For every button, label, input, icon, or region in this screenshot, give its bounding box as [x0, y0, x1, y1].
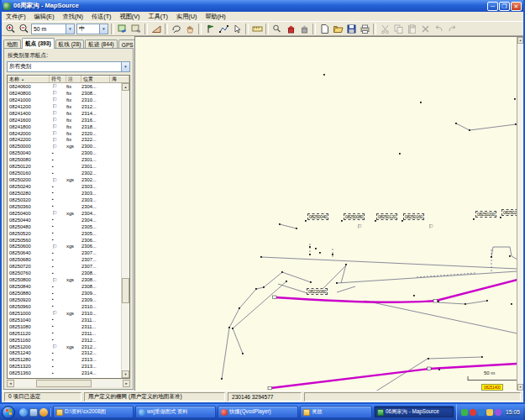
security-tray-icon[interactable] [470, 409, 476, 416]
chevron-down-icon[interactable]: ▼ [66, 24, 74, 34]
scroll-left-icon[interactable]: ◄ [7, 380, 14, 387]
open-file-icon[interactable] [331, 23, 344, 35]
selection-arrow-icon[interactable] [230, 23, 244, 35]
table-row[interactable]: 08250000 ⚐ xgs 2300... [8, 143, 121, 150]
table-row[interactable]: 08250640 ▪ 2307... [8, 249, 121, 256]
redo-icon[interactable] [445, 23, 459, 35]
hand-tool-icon[interactable] [183, 23, 197, 35]
waypoint-flag-icon[interactable] [203, 23, 217, 35]
table-row[interactable]: 08251120 ▪ 2311... [8, 330, 121, 337]
map-tool-icon[interactable] [116, 23, 129, 35]
menu-utilities[interactable]: 实用(U) [172, 12, 201, 21]
table-row[interactable]: 08250400 ⚐ xgs 2304... [8, 210, 121, 217]
new-file-icon[interactable] [318, 23, 331, 35]
table-row[interactable]: 08251040 ▪ 2311... [8, 317, 121, 323]
media-player-icon[interactable] [39, 408, 48, 417]
scroll-down-icon[interactable]: ▼ [517, 384, 523, 391]
waypoint-label[interactable]: 08250040 [307, 213, 328, 220]
maximize-button[interactable]: ❐ [499, 2, 510, 11]
scroll-up-icon[interactable]: ▲ [517, 37, 523, 44]
cut-icon[interactable] [378, 23, 391, 35]
table-vertical-scrollbar[interactable]: ▲ ▼ [121, 83, 129, 378]
taskbar-task[interactable]: 快播(QvodPlayer) [218, 406, 298, 418]
table-row[interactable]: 08250200 ⚐ xgs 2302... [8, 176, 121, 183]
menu-tools[interactable]: 工具(T) [144, 12, 172, 21]
scroll-down-icon[interactable]: ▼ [122, 370, 129, 378]
menu-transfer[interactable]: 传送(T) [87, 12, 116, 21]
waypoint-label[interactable]: 08250120 [376, 213, 397, 220]
table-row[interactable]: 08250240 ▪ 2303... [8, 183, 121, 190]
recent-finds-icon[interactable] [297, 23, 311, 35]
menu-view[interactable]: 视图(V) [115, 12, 144, 21]
paste-icon[interactable] [405, 23, 418, 35]
tab-waypoints[interactable]: 航点 (393) [22, 38, 54, 49]
delete-icon[interactable] [418, 23, 432, 35]
table-row[interactable]: 08240800 ⚐ ftx 2308... [8, 90, 121, 97]
route-tool-icon[interactable] [217, 23, 230, 35]
route-waypoint-label[interactable]: 08220060 [307, 288, 328, 295]
zoom-out-icon[interactable] [17, 23, 30, 35]
map-scale-dropdown[interactable]: 50 m▼ [31, 24, 75, 34]
menu-help[interactable]: 帮助(H) [201, 12, 229, 21]
table-row[interactable]: 08250720 ▪ 2307... [8, 263, 121, 270]
taskbar-task[interactable]: wxj重做图式 资料 [135, 406, 216, 418]
column-elevation[interactable]: 海 [110, 76, 129, 82]
table-row[interactable]: 08250800 ⚐ xgs 2308... [8, 276, 121, 283]
menu-edit[interactable]: 编辑(E) [30, 12, 59, 21]
taskbar-task[interactable]: 灵散 [300, 406, 372, 418]
category-select[interactable]: 所有类别 ▼ [7, 61, 130, 72]
find-places-icon[interactable] [270, 23, 284, 35]
table-row[interactable]: 08242200 ⚐ ftx 2322... [8, 137, 121, 144]
taskbar-task[interactable]: D:\资料\cx2008图 [53, 406, 134, 418]
scroll-right-icon[interactable]: ► [123, 380, 130, 387]
app-icon[interactable] [3, 3, 11, 10]
table-row[interactable]: 08250520 ▪ 2305... [8, 230, 121, 237]
table-row[interactable]: 08250120 ▪ 2301... [8, 163, 121, 170]
table-row[interactable]: 08251400 ⚐ xgs 2314... [8, 376, 121, 378]
table-row[interactable]: 08250600 ⚐ xgs 2306... [8, 244, 121, 250]
waypoint-label[interactable]: 08250240 [501, 209, 517, 216]
title-bar[interactable]: 06周家沟 - MapSource ─ ❐ ✕ [2, 0, 523, 12]
measure-icon[interactable] [250, 23, 264, 35]
antivirus-tray-icon[interactable] [461, 409, 468, 416]
undo-icon[interactable] [432, 23, 445, 35]
table-row[interactable]: 08241800 ⚐ ftx 2318... [8, 123, 121, 130]
taskbar-task[interactable]: 06周家沟 - MapSource [374, 406, 454, 418]
map-canvas[interactable]: ⚐ ⚐ 08250040 08250080 08250120 08250160 … [135, 37, 517, 391]
table-row[interactable]: 08250840 ▪ 2308... [8, 283, 121, 290]
table-row[interactable]: 08251080 ▪ 2311... [8, 323, 121, 330]
table-row[interactable]: 08250920 ▪ 2309... [8, 297, 121, 303]
scrollbar-thumb[interactable] [36, 380, 92, 387]
table-row[interactable]: 08240600 ⚐ ftx 2306... [8, 83, 121, 90]
waypoint-label[interactable]: 08250200 [475, 211, 496, 218]
waypoint-label[interactable]: 08250080 [344, 213, 365, 220]
table-row[interactable]: 08250880 ▪ 2309... [8, 290, 121, 297]
table-horizontal-scrollbar[interactable]: ◄ ► [7, 380, 130, 387]
update-tray-icon[interactable] [486, 409, 493, 416]
table-row[interactable]: 08241400 ⚐ ftx 2314... [8, 110, 121, 117]
chevron-down-icon[interactable]: ▼ [99, 24, 108, 34]
scroll-up-icon[interactable]: ▲ [122, 83, 129, 91]
table-row[interactable]: 08250560 ▪ 2306... [8, 237, 121, 244]
table-row[interactable]: 08251160 ▪ 2312... [8, 337, 121, 344]
table-row[interactable]: 08250480 ▪ 2305... [8, 223, 121, 230]
zoom-in-icon[interactable] [3, 23, 17, 35]
menu-find[interactable]: 查找(N) [59, 12, 87, 21]
volume-tray-icon[interactable] [495, 409, 501, 416]
unmap-tool-icon[interactable] [129, 23, 143, 35]
table-row[interactable]: 08250440 ▪ 2304... [8, 217, 121, 223]
table-row[interactable]: 08250280 ▪ 2303... [8, 190, 121, 197]
minimize-button[interactable]: ─ [487, 2, 498, 11]
show-desktop-icon[interactable] [29, 408, 38, 417]
table-row[interactable]: 08251280 ▪ 2313... [8, 356, 121, 363]
table-row[interactable]: 08241000 ⚐ ftx 2310... [8, 97, 121, 103]
table-row[interactable]: 08251360 ▪ 2314... [8, 370, 121, 376]
column-note[interactable]: 注 [66, 76, 81, 82]
column-position[interactable]: 位置 [81, 76, 110, 82]
scrollbar-thumb[interactable] [122, 278, 129, 303]
table-row[interactable]: 08250680 ▪ 2307... [8, 256, 121, 263]
column-name[interactable]: 名称▲ [8, 76, 50, 82]
table-row[interactable]: 08250160 ▪ 2302... [8, 170, 121, 176]
save-file-icon[interactable] [344, 23, 358, 35]
start-button[interactable] [2, 406, 15, 419]
